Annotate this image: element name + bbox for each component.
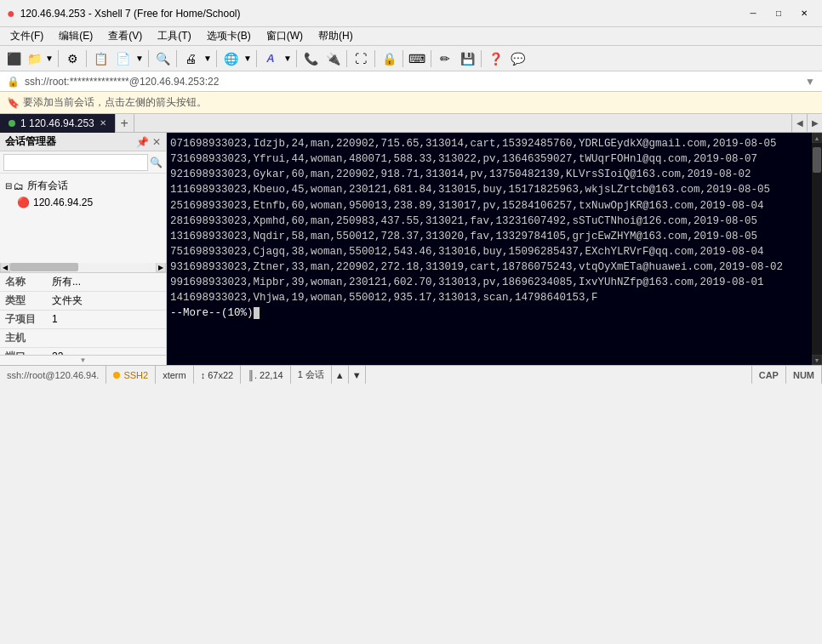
feedback-button[interactable]: 💬: [507, 48, 528, 69]
open-button[interactable]: 📁: [24, 48, 44, 69]
host-icon: 🔴: [17, 197, 30, 208]
add-tab-button[interactable]: +: [116, 114, 134, 133]
bookmark-icon: 🔖: [7, 97, 20, 109]
terminal-scrollbar: ▲ ▼: [812, 133, 822, 365]
scroll-left-button[interactable]: ◀: [0, 263, 10, 273]
tab-label: 1 120.46.94.253: [20, 117, 94, 129]
info-text: 要添加当前会话，点击左侧的箭头按钮。: [23, 95, 207, 110]
expand-icon: ⊟: [5, 181, 12, 191]
settings-button[interactable]: ⚙: [62, 48, 83, 69]
sidebar-scroll-track[interactable]: [10, 263, 156, 273]
tree-node-all-sessions[interactable]: ⊟ 🗂 所有会话: [0, 177, 166, 195]
sidebar-scroll-h: ◀ ▶: [0, 263, 166, 273]
fullscreen-button[interactable]: ⛶: [351, 48, 371, 69]
folder-icon: 🗂: [14, 180, 24, 192]
prop-value-1: 文件夹: [47, 291, 166, 310]
all-sessions-label: 所有会话: [27, 179, 68, 193]
tab-1[interactable]: 1 120.46.94.253 ✕: [0, 114, 116, 133]
prop-label-4: 端口: [0, 347, 47, 355]
title-text: 120.46.94.253 - Xshell 7 (Free for Home/…: [20, 8, 742, 20]
prop-label-3: 主机: [0, 328, 47, 347]
ssh-dropdown-arrow[interactable]: ▼: [805, 76, 815, 88]
toolbar: ⬛ 📁 ▼ ⚙ 📋 📄 ▼ 🔍 🖨 ▼ 🌐 ▼ A ▼ 📞 🔌 ⛶ 🔒 ⌨ ✏ …: [0, 46, 822, 71]
host-label: 120.46.94.25: [33, 197, 93, 208]
phone-button[interactable]: 📞: [300, 48, 321, 69]
menu-help[interactable]: 帮助(H): [311, 27, 360, 45]
tab-bar: 1 120.46.94.253 ✕ + ◀ ▶: [0, 114, 822, 133]
lock-button[interactable]: 🔒: [379, 48, 399, 69]
scroll-right-button[interactable]: ▶: [156, 263, 166, 273]
menu-file[interactable]: 文件(F): [3, 27, 50, 45]
session-count: 1 会话: [291, 366, 332, 384]
paste-dropdown[interactable]: ▼: [134, 48, 145, 69]
menu-tools[interactable]: 工具(T): [151, 27, 197, 45]
close-button[interactable]: ✕: [793, 6, 815, 21]
sidebar-props: 名称所有...类型文件夹子项目1主机端口22协议SSH用户名: [0, 273, 166, 356]
ssh-bar: 🔒 ssh://root:***************@120.46.94.2…: [0, 71, 822, 92]
term-scroll-track[interactable]: [812, 143, 822, 355]
find-button[interactable]: 🔍: [152, 48, 173, 69]
minimize-button[interactable]: ─: [742, 6, 764, 21]
scroll-up-status[interactable]: ▲: [332, 366, 349, 384]
props-row-0: 名称所有...: [0, 273, 166, 292]
font-button[interactable]: A: [260, 48, 281, 69]
print-button[interactable]: 🖨: [180, 48, 201, 69]
ssh-status: SSH2: [106, 366, 156, 384]
content-area: 会话管理器 📌 ✕ 🔍 ⊟ 🗂 所有会话 🔴 120.46.94.25: [0, 133, 822, 365]
close-tab-icon[interactable]: ✕: [100, 118, 106, 128]
globe-dropdown[interactable]: ▼: [243, 48, 253, 69]
menu-tabs[interactable]: 选项卡(B): [200, 27, 258, 45]
keyboard-button[interactable]: ⌨: [407, 48, 427, 69]
help-button[interactable]: ❓: [485, 48, 505, 69]
sidebar-search: 🔍: [0, 151, 166, 174]
terminal[interactable]: 071698933023,Idzjb,24,man,220902,715.65,…: [167, 133, 822, 365]
sidebar-header: 会话管理器 📌 ✕: [0, 133, 166, 151]
prop-value-4: 22: [47, 347, 166, 355]
term-scroll-up-button[interactable]: ▲: [812, 133, 822, 143]
menu-bar: 文件(F) 编辑(E) 查看(V) 工具(T) 选项卡(B) 窗口(W) 帮助(…: [0, 27, 822, 46]
term-scroll-thumb: [813, 147, 821, 173]
cursor-position: ║. 22,14: [241, 366, 290, 384]
tree-node-host[interactable]: 🔴 120.46.94.25: [0, 195, 166, 210]
tab-next-button[interactable]: ▶: [807, 114, 822, 133]
connect-button[interactable]: 🔌: [323, 48, 343, 69]
maximize-button[interactable]: □: [768, 6, 790, 21]
new-session-button[interactable]: ⬛: [3, 48, 24, 69]
session-path: ssh://root@120.46.94.: [0, 366, 106, 384]
layout-with-tab: 1 120.46.94.253 ✕ + ◀ ▶ 会话管理器 📌 ✕ 🔍: [0, 114, 822, 365]
window-controls: ─ □ ✕: [742, 6, 815, 21]
search-icon[interactable]: 🔍: [150, 157, 163, 168]
menu-window[interactable]: 窗口(W): [260, 27, 310, 45]
status-bar: ssh://root@120.46.94. SSH2 xterm ↕ 67x22…: [0, 365, 822, 384]
prop-value-0: 所有...: [47, 273, 166, 292]
paste-button[interactable]: 📄: [112, 48, 133, 69]
terminal-container[interactable]: 071698933023,Idzjb,24,man,220902,715.65,…: [167, 133, 822, 365]
tab-prev-button[interactable]: ◀: [791, 114, 807, 133]
tab-nav: ◀ ▶: [791, 114, 822, 133]
globe-button[interactable]: 🌐: [220, 48, 241, 69]
props-row-3: 主机: [0, 328, 166, 347]
scroll-down-status[interactable]: ▼: [349, 366, 366, 384]
copy-button[interactable]: 📋: [90, 48, 111, 69]
print-dropdown[interactable]: ▼: [203, 48, 213, 69]
session-tree: ⊟ 🗂 所有会话 🔴 120.46.94.25: [0, 174, 166, 263]
sidebar: 会话管理器 📌 ✕ 🔍 ⊟ 🗂 所有会话 🔴 120.46.94.25: [0, 133, 167, 365]
term-scroll-down-button[interactable]: ▼: [812, 355, 822, 365]
sidebar-scroll-thumb: [10, 263, 78, 271]
pin-icon[interactable]: 📌: [136, 136, 149, 148]
menu-edit[interactable]: 编辑(E): [52, 27, 100, 45]
cap-indicator: CAP: [752, 366, 786, 384]
menu-view[interactable]: 查看(V): [101, 27, 149, 45]
edit2-button[interactable]: ✏: [435, 48, 455, 69]
search-input[interactable]: [3, 154, 148, 171]
save-button[interactable]: 💾: [457, 48, 477, 69]
props-row-2: 子项目1: [0, 310, 166, 328]
font-dropdown[interactable]: ▼: [283, 48, 293, 69]
app-icon: ●: [7, 6, 15, 21]
title-bar: ● 120.46.94.253 - Xshell 7 (Free for Hom…: [0, 0, 822, 27]
close-sidebar-icon[interactable]: ✕: [152, 136, 161, 148]
folder-dropdown[interactable]: ▼: [44, 48, 54, 69]
props-scroll-down[interactable]: ▼: [0, 355, 166, 365]
props-table: 名称所有...类型文件夹子项目1主机端口22协议SSH用户名: [0, 273, 166, 356]
terminal-size: ↕ 67x22: [194, 366, 242, 384]
